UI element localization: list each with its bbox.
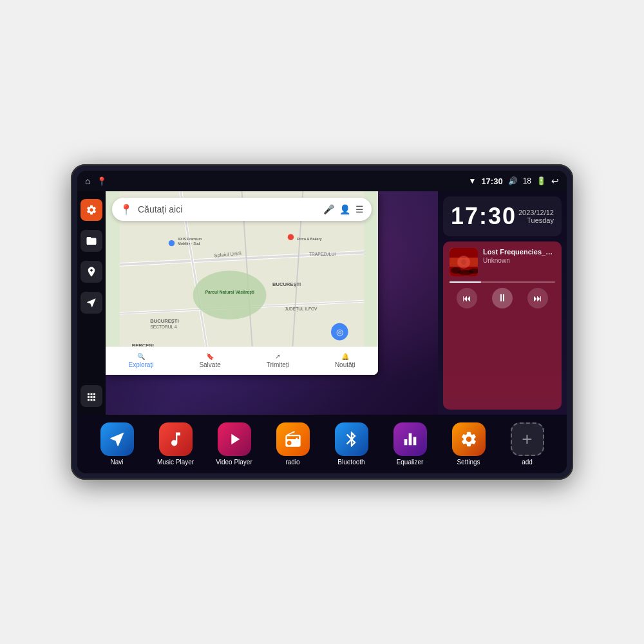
status-left: ⌂ 📍 [85, 176, 107, 186]
settings-app-icon [452, 422, 486, 456]
prev-track-button[interactable]: ⏮ [457, 288, 477, 308]
bluetooth-label: Bluetooth [337, 459, 365, 466]
clock-date-text: 2023/12/12 [518, 209, 554, 216]
svg-text:TRAPEZULUI: TRAPEZULUI [309, 252, 336, 256]
battery-icon: 🔋 [536, 176, 546, 185]
sidebar [77, 191, 106, 415]
map-search-bar: 📍 Căutați aici 🎤 👤 ☰ [112, 198, 372, 221]
clock-date: 2023/12/12 Tuesday [518, 209, 554, 224]
app-add[interactable]: + add [508, 422, 547, 466]
equalizer-label: Equalizer [397, 459, 424, 466]
map-pin-icon[interactable]: 📍 [97, 176, 107, 186]
battery-level: 18 [523, 176, 531, 185]
music-title: Lost Frequencies_Janie... [483, 248, 554, 256]
saved-icon: 🔖 [206, 353, 214, 360]
clock-time: 17:30 [451, 203, 516, 230]
svg-text:AXIS Premium: AXIS Premium [178, 237, 202, 241]
bluetooth-icon [335, 422, 368, 456]
home-icon[interactable]: ⌂ [85, 176, 90, 186]
music-progress-track[interactable] [450, 281, 555, 283]
app-equalizer[interactable]: Equalizer [391, 422, 430, 466]
map-tab-saved[interactable]: 🔖 Salvate [199, 353, 220, 368]
svg-point-36 [461, 260, 466, 265]
next-track-button[interactable]: ⏭ [527, 288, 548, 308]
wifi-icon: ▼ [469, 176, 477, 185]
app-grid: Navi Music Player [88, 422, 556, 466]
video-player-icon [218, 422, 251, 456]
music-widget: Lost Frequencies_Janie... Unknown ⏮ ⏸ ⏭ [443, 242, 562, 410]
back-icon[interactable]: ↩ [551, 176, 559, 186]
svg-text:SECTORUL 4: SECTORUL 4 [150, 325, 177, 329]
svg-text:BUCUREȘTI: BUCUREȘTI [272, 281, 301, 287]
device-frame: ⌂ 📍 ▼ 17:30 🔊 18 🔋 ↩ [71, 164, 573, 480]
sidebar-map-icon[interactable] [80, 261, 102, 283]
news-icon: 🔔 [341, 353, 349, 360]
map-overlay[interactable]: 📍 Căutați aici 🎤 👤 ☰ [106, 191, 378, 375]
app-navi[interactable]: Navi [98, 422, 137, 466]
svg-point-12 [169, 240, 175, 246]
map-menu-icon[interactable]: ☰ [355, 204, 364, 214]
radio-label: radio [285, 459, 299, 466]
settings-label: Settings [457, 459, 480, 466]
app-radio[interactable]: radio [274, 422, 312, 466]
sidebar-navigation-icon[interactable] [80, 292, 102, 314]
map-tab-explore[interactable]: 🔍 Explorați [128, 353, 153, 368]
status-right: ▼ 17:30 🔊 18 🔋 ↩ [469, 176, 560, 186]
app-music-player[interactable]: Music Player [156, 422, 195, 466]
app-settings[interactable]: Settings [450, 422, 488, 466]
mic-icon[interactable]: 🎤 [323, 204, 334, 214]
sidebar-settings-icon[interactable] [80, 199, 102, 221]
music-player-icon [159, 422, 193, 456]
share-icon: ↗ [275, 353, 280, 360]
svg-text:Mobility - Sud: Mobility - Sud [178, 242, 200, 245]
status-bar: ⌂ 📍 ▼ 17:30 🔊 18 🔋 ↩ [77, 171, 567, 191]
account-icon[interactable]: 👤 [339, 204, 350, 214]
sidebar-grid-icon[interactable] [80, 385, 102, 407]
pause-button[interactable]: ⏸ [492, 288, 513, 308]
music-player-label: Music Player [157, 459, 194, 466]
clock-widget: 17:30 2023/12/12 Tuesday [443, 196, 562, 236]
clock-day-text: Tuesday [518, 216, 554, 224]
video-player-label: Video Player [216, 459, 252, 466]
svg-point-15 [288, 234, 294, 240]
svg-text:Pizza & Bakery: Pizza & Bakery [297, 237, 322, 241]
main-content: 📍 Căutați aici 🎤 👤 ☰ [77, 191, 567, 415]
svg-text:◎: ◎ [336, 327, 343, 337]
radio-icon [276, 422, 310, 456]
app-grid-area: Navi Music Player [77, 415, 567, 473]
right-panel: 17:30 2023/12/12 Tuesday [438, 191, 567, 415]
equalizer-icon [393, 422, 427, 456]
album-art-inner [450, 248, 478, 276]
app-bluetooth[interactable]: Bluetooth [332, 422, 371, 466]
google-maps-icon: 📍 [120, 204, 133, 216]
sidebar-folder-icon[interactable] [80, 230, 102, 252]
map-bottom-bar: 🔍 Explorați 🔖 Salvate ↗ Trimiteți 🔔 [106, 346, 378, 375]
add-label: add [522, 459, 533, 466]
map-tab-share[interactable]: ↗ Trimiteți [267, 353, 289, 368]
music-album-art [450, 248, 478, 276]
app-video-player[interactable]: Video Player [215, 422, 254, 466]
music-text: Lost Frequencies_Janie... Unknown [483, 248, 554, 264]
device-screen: ⌂ 📍 ▼ 17:30 🔊 18 🔋 ↩ [77, 171, 567, 473]
music-info-row: Lost Frequencies_Janie... Unknown [450, 248, 555, 276]
svg-text:Parcul Natural Văcărești: Parcul Natural Văcărești [205, 290, 254, 295]
navi-label: Navi [110, 459, 123, 466]
svg-text:JUDEȚUL ILFOV: JUDEȚUL ILFOV [285, 307, 317, 312]
speaker-icon: 🔊 [508, 176, 518, 185]
music-progress-fill [450, 281, 481, 283]
navi-icon [100, 422, 134, 456]
music-controls: ⏮ ⏸ ⏭ [450, 288, 555, 308]
svg-point-10 [193, 270, 267, 319]
map-search-text[interactable]: Căutați aici [138, 204, 318, 214]
svg-text:BUCUREȘTI: BUCUREȘTI [150, 318, 178, 324]
map-tab-news[interactable]: 🔔 Noutăți [335, 353, 355, 368]
add-icon: + [511, 422, 544, 456]
center-area: 📍 Căutați aici 🎤 👤 ☰ [106, 191, 438, 415]
explore-icon: 🔍 [137, 353, 145, 360]
status-time: 17:30 [481, 176, 502, 186]
music-artist: Unknown [483, 257, 554, 264]
